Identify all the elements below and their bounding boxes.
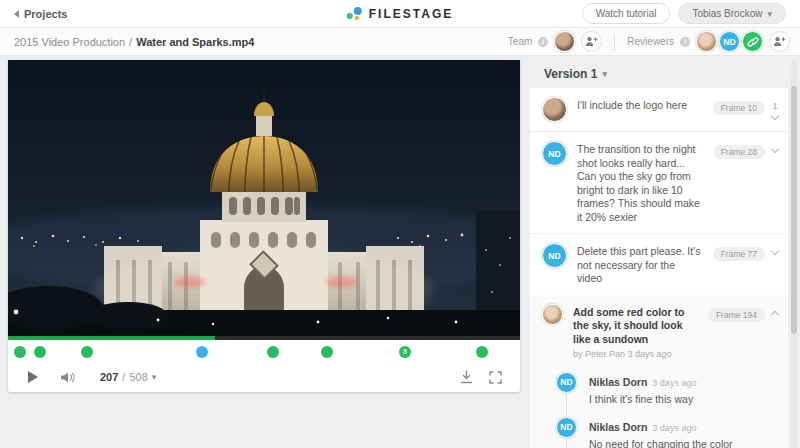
commenter-avatar: ND — [542, 243, 567, 268]
download-icon — [460, 370, 473, 384]
commenter-avatar — [542, 304, 563, 325]
version-selector[interactable]: Version 1 — [530, 60, 788, 88]
comment-card[interactable]: ND The transition to the night shot look… — [530, 131, 788, 233]
back-label: Projects — [24, 8, 67, 20]
top-header: Projects FILESTAGE Watch tutorial Tobias… — [0, 0, 800, 28]
version-label: Version 1 — [544, 67, 597, 81]
fullscreen-button[interactable] — [489, 371, 502, 384]
people-divider — [614, 34, 615, 50]
play-button[interactable] — [28, 371, 38, 383]
panel-scrollbar[interactable] — [791, 60, 797, 448]
frame-badge[interactable]: Frame 28 — [713, 145, 765, 159]
back-arrow-icon — [14, 10, 19, 18]
reviewers-label: Reviewers — [627, 36, 674, 47]
reply-count-badge[interactable]: 1 — [772, 101, 778, 119]
comment-card[interactable]: I'll include the logo here Frame 10 1 — [530, 88, 788, 131]
breadcrumb-filename: Water and Sparks.mp4 — [136, 36, 254, 48]
comment-card-expanded[interactable]: Add some red color to the sky, it should… — [530, 295, 788, 448]
frame-separator: / — [122, 371, 125, 383]
timeline-marker[interactable]: 3 — [399, 346, 411, 358]
timeline-marker[interactable] — [476, 346, 488, 358]
reply-time: 3 days ago — [652, 378, 696, 388]
current-frame: 207 — [100, 371, 118, 383]
team-label: Team — [508, 36, 532, 47]
person-add-icon — [773, 36, 786, 47]
user-menu-button[interactable]: Tobias Brockow — [678, 3, 786, 24]
reply-avatar: ND — [556, 372, 577, 393]
total-frames: 508 — [129, 371, 147, 383]
add-team-member-button[interactable] — [581, 31, 602, 52]
reply-avatar: ND — [556, 417, 577, 438]
fullscreen-icon — [489, 371, 502, 384]
reply-item[interactable]: ND Niklas Dorn3 days ago No need for cha… — [556, 417, 778, 448]
team-member-avatar[interactable] — [554, 31, 575, 52]
timeline-marker[interactable] — [196, 346, 208, 358]
timeline-marker[interactable] — [321, 346, 333, 358]
chevron-down-icon[interactable] — [771, 145, 779, 153]
video-still-palace-night — [8, 60, 520, 336]
breadcrumb: 2015 Video Production / Water and Sparks… — [14, 36, 254, 48]
reply-time: 3 days ago — [652, 423, 696, 433]
reply-author: Niklas Dorn — [589, 376, 647, 388]
timeline-markers: 3 — [8, 340, 520, 362]
link-icon — [747, 36, 759, 48]
reviewer-avatar-initials[interactable]: ND — [719, 31, 740, 52]
chevron-down-icon — [771, 112, 779, 120]
reviewer-share-link-avatar[interactable] — [742, 31, 763, 52]
timeline-marker[interactable] — [81, 346, 93, 358]
logo-text: FILESTAGE — [369, 7, 453, 21]
frame-badge[interactable]: Frame 77 — [713, 247, 765, 261]
filestage-logo: FILESTAGE — [347, 7, 453, 21]
comment-text: The transition to the night shot looks r… — [577, 141, 703, 224]
reply-text: No need for changing the color — [589, 438, 733, 448]
back-to-projects-link[interactable]: Projects — [14, 8, 67, 20]
comment-card[interactable]: ND Delete this part please. It's not nec… — [530, 233, 788, 295]
video-frame[interactable] — [8, 60, 520, 336]
reply-thread: ND Niklas Dorn3 days ago I think it's fi… — [556, 372, 778, 448]
comment-byline: by Peter Pan 3 days ago — [573, 348, 698, 362]
speaker-icon — [60, 371, 76, 384]
team-info-icon[interactable] — [538, 37, 548, 47]
video-player-card: 3 207 / 508 — [8, 60, 520, 392]
commenter-avatar — [542, 97, 567, 122]
frame-counter-dropdown[interactable]: 207 / 508 — [100, 371, 156, 383]
timeline-marker[interactable] — [14, 346, 26, 358]
reply-text: I think it's fine this way — [589, 393, 696, 405]
filestage-logo-icon — [347, 7, 363, 21]
timeline-marker[interactable] — [267, 346, 279, 358]
download-button[interactable] — [460, 370, 473, 384]
user-name: Tobias Brockow — [692, 8, 762, 19]
comment-text: Add some red color to the sky, it should… — [573, 304, 698, 362]
reviewer-avatar-photo[interactable] — [696, 31, 717, 52]
comment-text: Delete this part please. It's not necess… — [577, 243, 703, 286]
chevron-up-icon[interactable] — [771, 310, 779, 318]
file-bar: 2015 Video Production / Water and Sparks… — [0, 28, 800, 56]
add-reviewer-button[interactable] — [769, 31, 790, 52]
commenter-avatar: ND — [542, 141, 567, 166]
comment-text: I'll include the logo here — [577, 97, 703, 122]
frame-badge[interactable]: Frame 194 — [708, 308, 765, 322]
reply-author: Niklas Dorn — [589, 421, 647, 433]
timeline-marker[interactable] — [34, 346, 46, 358]
watch-tutorial-button[interactable]: Watch tutorial — [582, 3, 671, 24]
breadcrumb-separator: / — [129, 36, 132, 48]
scrollbar-thumb[interactable] — [791, 86, 797, 334]
chevron-down-icon[interactable] — [771, 247, 779, 255]
reviewers-info-icon[interactable] — [680, 37, 690, 47]
frame-badge[interactable]: Frame 10 — [713, 101, 765, 115]
reply-count: 1 — [773, 101, 778, 111]
person-add-icon — [585, 36, 598, 47]
volume-button[interactable] — [60, 371, 76, 384]
breadcrumb-project[interactable]: 2015 Video Production — [14, 36, 125, 48]
player-controls: 207 / 508 — [8, 362, 520, 392]
comments-panel: Version 1 I'll include the logo here Fra… — [530, 60, 788, 448]
reply-item[interactable]: ND Niklas Dorn3 days ago I think it's fi… — [556, 372, 778, 405]
